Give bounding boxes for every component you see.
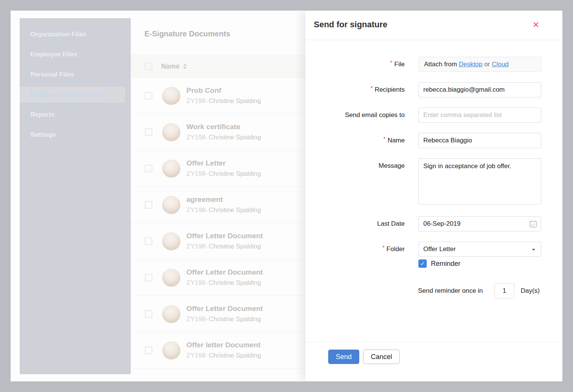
select-all-checkbox[interactable] bbox=[145, 62, 152, 70]
reminder-interval-suffix: Day(s) bbox=[521, 287, 540, 295]
desktop-link[interactable]: Desktop bbox=[459, 61, 482, 68]
modal-header: Send for signature ✕ bbox=[305, 11, 562, 40]
document-meta: Prob Conf ZY198-Christine Spalding bbox=[186, 86, 261, 105]
required-marker: * bbox=[383, 136, 385, 142]
reminder-row: ✓ Reminder bbox=[418, 259, 562, 268]
document-name: Offer Letter Document bbox=[186, 268, 263, 276]
sidebar-item[interactable]: Organization Files bbox=[20, 27, 131, 42]
document-row[interactable]: Offer Letter ZY198-Christine Spalding bbox=[131, 150, 305, 187]
send-button[interactable]: Send bbox=[328, 350, 359, 364]
email-copies-input[interactable] bbox=[418, 108, 541, 123]
calendar-icon[interactable] bbox=[529, 220, 537, 228]
reminder-checkbox[interactable]: ✓ bbox=[418, 259, 427, 268]
row-checkbox[interactable] bbox=[145, 274, 152, 281]
message-textarea[interactable]: Sign in acceptance of job offer. bbox=[418, 158, 541, 205]
owner-name: Christine Spalding bbox=[209, 206, 261, 214]
or-text: or bbox=[484, 61, 490, 68]
owner-name: Christine Spalding bbox=[209, 97, 261, 105]
name-input[interactable] bbox=[418, 133, 541, 148]
file-row: *File Attach from Desktop or Cloud bbox=[305, 57, 562, 72]
owner-name: Christine Spalding bbox=[209, 170, 261, 177]
document-name: Offer Letter bbox=[186, 159, 261, 167]
sidebar-item[interactable]: Employee Files bbox=[20, 47, 131, 62]
owner-name: Christine Spalding bbox=[209, 279, 261, 286]
reminder-interval-input[interactable] bbox=[495, 283, 514, 298]
required-marker: * bbox=[370, 85, 373, 92]
row-checkbox[interactable] bbox=[145, 347, 152, 354]
row-checkbox[interactable] bbox=[145, 310, 152, 318]
name-column-header[interactable]: Name bbox=[161, 62, 180, 70]
owner-name: Christine Spalding bbox=[209, 134, 261, 141]
document-name: agreement bbox=[186, 195, 261, 204]
app-frame: Organization Files Employee Files Person… bbox=[0, 0, 573, 392]
owner-name: Christine Spalding bbox=[209, 352, 261, 359]
document-row[interactable]: Offer Letter Document ZY198-Christine Sp… bbox=[131, 296, 305, 332]
reminder-label: Reminder bbox=[431, 260, 460, 268]
row-checkbox[interactable] bbox=[145, 128, 152, 136]
employee-code: ZY198- bbox=[186, 352, 208, 359]
document-row[interactable]: Prob Conf ZY198-Christine Spalding bbox=[131, 78, 305, 114]
document-row[interactable]: Offer letter Document ZY198-Christine Sp… bbox=[131, 332, 305, 369]
document-meta: Offer Letter Document ZY198-Christine Sp… bbox=[186, 305, 263, 323]
employee-code: ZY198- bbox=[186, 97, 208, 105]
email-copies-label: Send email copies to bbox=[305, 108, 405, 123]
sidebar-item[interactable]: E-Signature Documents bbox=[20, 87, 125, 103]
modal-footer: Send Cancel bbox=[305, 342, 562, 364]
document-row[interactable]: Offer Letter Document ZY198-Christine Sp… bbox=[131, 223, 305, 259]
avatar bbox=[162, 196, 180, 214]
list-title: E-Signature Documents bbox=[144, 30, 230, 38]
row-checkbox[interactable] bbox=[145, 92, 152, 100]
employee-code: ZY198- bbox=[186, 170, 208, 177]
recipients-row: *Recipients bbox=[305, 82, 562, 97]
required-marker: * bbox=[382, 245, 385, 251]
document-owner: ZY198-Christine Spalding bbox=[186, 134, 261, 141]
document-name: Offer Letter Document bbox=[186, 305, 263, 313]
sidebar-item[interactable]: Reports bbox=[20, 107, 131, 123]
sidebar-item[interactable]: Settings bbox=[20, 127, 131, 143]
recipients-input[interactable] bbox=[418, 82, 541, 97]
send-for-signature-modal: Send for signature ✕ *File Attach from D… bbox=[305, 11, 562, 381]
last-date-row: Last Date bbox=[305, 216, 562, 231]
document-meta: Offer Letter Document ZY198-Christine Sp… bbox=[186, 232, 263, 250]
file-attach-box[interactable]: Attach from Desktop or Cloud bbox=[418, 57, 541, 72]
employee-code: ZY198- bbox=[186, 134, 208, 141]
document-meta: Offer Letter ZY198-Christine Spalding bbox=[186, 159, 261, 178]
row-checkbox[interactable] bbox=[145, 237, 152, 245]
document-name: Work certificate bbox=[186, 123, 261, 131]
document-owner: ZY198-Christine Spalding bbox=[186, 352, 261, 359]
required-marker: * bbox=[390, 60, 392, 66]
document-meta: Work certificate ZY198-Christine Spaldin… bbox=[186, 123, 261, 141]
owner-name: Christine Spalding bbox=[209, 243, 261, 250]
sidebar: Organization Files Employee Files Person… bbox=[20, 18, 131, 374]
document-owner: ZY198-Christine Spalding bbox=[186, 279, 263, 287]
close-icon[interactable]: ✕ bbox=[532, 20, 539, 31]
document-row[interactable]: agreement ZY198-Christine Spalding bbox=[131, 187, 305, 223]
cancel-button[interactable]: Cancel bbox=[363, 350, 400, 364]
list-header-row: Name bbox=[131, 55, 305, 78]
folder-label: *Folder bbox=[305, 242, 405, 257]
attach-prefix: Attach from bbox=[424, 61, 457, 68]
reminder-interval-row: Send reminder once in Day(s) bbox=[418, 283, 562, 298]
folder-select[interactable]: Offer Letter bbox=[418, 242, 541, 257]
sort-icon[interactable] bbox=[183, 64, 187, 69]
last-date-label: Last Date bbox=[305, 216, 405, 231]
document-row[interactable]: Work certificate ZY198-Christine Spaldin… bbox=[131, 114, 305, 150]
avatar bbox=[162, 87, 180, 105]
folder-selected-value: Offer Letter bbox=[423, 245, 456, 253]
row-checkbox[interactable] bbox=[145, 201, 152, 209]
avatar bbox=[162, 305, 180, 323]
avatar bbox=[162, 341, 180, 359]
cloud-link[interactable]: Cloud bbox=[492, 61, 509, 68]
recipients-label: *Recipients bbox=[305, 82, 405, 97]
message-row: Message Sign in acceptance of job offer. bbox=[305, 158, 562, 206]
document-row[interactable]: Offer Letter Document ZY198-Christine Sp… bbox=[131, 259, 305, 296]
sidebar-item[interactable]: Personal Files bbox=[20, 67, 131, 83]
modal-title: Send for signature bbox=[314, 20, 387, 30]
row-checkbox[interactable] bbox=[145, 165, 152, 172]
document-owner: ZY198-Christine Spalding bbox=[186, 97, 261, 105]
last-date-input[interactable] bbox=[418, 216, 541, 231]
avatar bbox=[162, 123, 180, 141]
document-name: Offer Letter Document bbox=[186, 232, 263, 240]
employee-code: ZY198- bbox=[186, 279, 208, 286]
message-label: Message bbox=[305, 158, 405, 206]
